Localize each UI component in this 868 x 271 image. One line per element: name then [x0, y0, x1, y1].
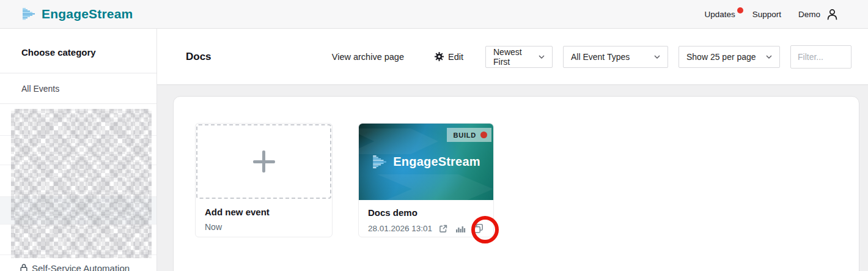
sidebar-item-label: Self-Service Automation [32, 263, 130, 271]
sort-dropdown[interactable]: Newest First [485, 46, 553, 68]
user-menu[interactable]: Demo [798, 8, 839, 21]
plus-icon [253, 150, 275, 173]
sidebar-item-redacted-selected[interactable] [0, 197, 156, 225]
build-status-badge: BUILD [447, 128, 491, 142]
gear-icon [435, 52, 444, 61]
user-name: Demo [798, 10, 820, 19]
sidebar-item-redacted-2[interactable] [0, 136, 156, 165]
add-event-title: Add new event [205, 207, 323, 217]
updates-link[interactable]: Updates [704, 10, 735, 19]
sort-dropdown-value: Newest First [493, 47, 539, 67]
thumbnail-brand-logo: EngageStream [372, 154, 480, 170]
sidebar-item-redacted-3[interactable] [0, 165, 156, 197]
filter-input[interactable] [790, 45, 851, 69]
event-card-grid: Add new event Now [195, 123, 859, 237]
page-size-dropdown[interactable]: Show 25 per page [679, 46, 780, 68]
edit-label: Edit [448, 52, 463, 62]
edit-button[interactable]: Edit [435, 52, 463, 62]
event-actions [438, 223, 484, 234]
duplicate-icon[interactable] [473, 223, 484, 234]
top-bar: EngageStream Updates Support Demo [0, 0, 868, 29]
thumb-decoration [359, 128, 438, 154]
app-window: EngageStream Updates Support Demo Choose… [0, 0, 868, 271]
sidebar-item-redacted-1[interactable] [0, 104, 156, 136]
sidebar-item-redacted-5[interactable] [0, 225, 156, 255]
event-thumbnail[interactable]: EngageStream BUILD [359, 124, 493, 200]
event-card-docs-demo[interactable]: EngageStream BUILD Docs demo 28.01.2026 … [358, 123, 494, 237]
sidebar-item-self-service[interactable]: Self-Service Automation [20, 263, 130, 271]
add-event-subtitle: Now [205, 222, 323, 232]
sidebar-heading: Choose category [0, 29, 156, 73]
stats-icon[interactable] [455, 224, 466, 234]
open-external-icon[interactable] [438, 224, 448, 234]
thumbnail-brand-name: EngageStream [393, 155, 480, 169]
recording-dot-icon [480, 132, 487, 138]
topbar-nav: Updates Support Demo [704, 8, 839, 21]
view-archive-link[interactable]: View archive page [332, 52, 404, 62]
user-icon [826, 8, 839, 21]
lock-icon [20, 264, 28, 271]
chevron-down-icon [539, 55, 545, 59]
build-badge-label: BUILD [453, 132, 476, 139]
event-type-dropdown-value: All Event Types [571, 52, 630, 62]
add-event-card[interactable]: Add new event Now [195, 123, 333, 237]
event-timestamp: 28.01.2026 13:01 [368, 224, 432, 233]
updates-notification-dot [737, 7, 743, 13]
support-link[interactable]: Support [752, 10, 781, 19]
event-title: Docs demo [368, 207, 484, 218]
stream-triangle-icon [21, 7, 36, 21]
stream-triangle-icon [372, 154, 388, 170]
content-area: Add new event Now [157, 85, 868, 271]
page-size-dropdown-value: Show 25 per page [686, 52, 756, 62]
add-event-dropzone[interactable] [196, 124, 331, 199]
brand-logo[interactable]: EngageStream [21, 7, 133, 21]
thumb-decoration [377, 174, 493, 200]
chevron-down-icon [654, 55, 660, 59]
brand-name: EngageStream [42, 7, 133, 21]
page-title: Docs [186, 51, 211, 63]
sidebar-item-all-events[interactable]: All Events [0, 73, 156, 104]
chevron-down-icon [766, 55, 772, 59]
category-sidebar: Choose category All Events Self-Service … [0, 29, 157, 271]
toolbar: Docs View archive page [157, 29, 868, 85]
event-type-dropdown[interactable]: All Event Types [563, 46, 668, 68]
events-panel: Add new event Now [173, 96, 859, 271]
main-area: Docs View archive page [157, 29, 868, 271]
